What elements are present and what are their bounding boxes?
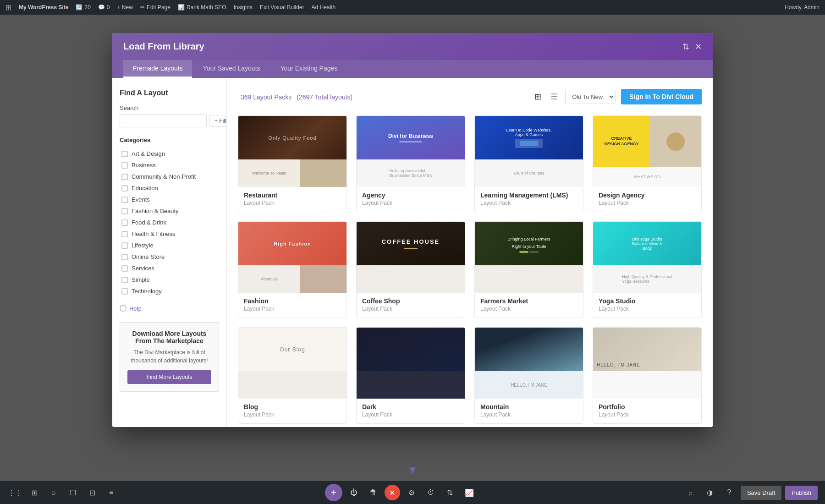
- category-checkbox[interactable]: [121, 174, 128, 180]
- toolbar-help-icon[interactable]: ?: [721, 485, 737, 500]
- sidebar-category-item[interactable]: Services: [120, 263, 219, 274]
- publish-button[interactable]: Publish: [785, 486, 818, 500]
- new-button[interactable]: + New: [117, 4, 133, 11]
- toolbar-add-button[interactable]: +: [325, 484, 342, 501]
- category-label: Online Store: [132, 253, 165, 260]
- filter-button[interactable]: + Filter: [209, 115, 227, 127]
- admin-bar: ⊞ My WordPress Site 🔄 20 💬 0 + New ✏ Edi…: [0, 0, 825, 15]
- layout-card[interactable]: Only Quality Food Welcome To Resto Resta…: [238, 115, 347, 212]
- modal-dialog: Load From Library ⇅ ✕ Premade Layouts Yo…: [112, 33, 713, 427]
- category-checkbox[interactable]: [121, 277, 128, 283]
- category-checkbox[interactable]: [121, 162, 128, 169]
- list-view-icon[interactable]: ☰: [549, 90, 560, 104]
- ad-health-button[interactable]: Ad Health: [312, 4, 336, 11]
- insights-button[interactable]: Insights: [234, 4, 253, 11]
- howdy-label[interactable]: Howdy, Admin: [785, 4, 820, 11]
- category-label: Business: [132, 162, 156, 169]
- card-type: Layout Pack: [244, 411, 341, 418]
- toolbar-sort-icon[interactable]: ⇅: [442, 485, 458, 500]
- category-checkbox[interactable]: [121, 219, 128, 226]
- help-row[interactable]: ⓘ Help: [120, 304, 219, 313]
- rank-math-button[interactable]: 📊 Rank Math SEO: [178, 4, 226, 11]
- modal-close-icon[interactable]: ✕: [695, 42, 702, 52]
- save-draft-button[interactable]: Save Draft: [741, 486, 781, 500]
- card-image-preview: Only Quality Food Welcome To Resto: [238, 116, 346, 187]
- toolbar-settings-icon[interactable]: ⚙: [404, 485, 419, 500]
- toolbar-responsive-icon[interactable]: ⊡: [84, 485, 100, 500]
- category-checkbox[interactable]: [121, 208, 128, 214]
- modal-settings-icon[interactable]: ⇅: [682, 42, 689, 52]
- layout-card[interactable]: HELLO, I'M JANE Mountain Layout Pack: [474, 327, 583, 424]
- toolbar-history-icon[interactable]: ⏱: [423, 485, 439, 500]
- toolbar-close-icon[interactable]: ✕: [385, 485, 400, 500]
- sidebar-category-item[interactable]: Fashion & Beauty: [120, 205, 219, 217]
- toolbar-power-icon[interactable]: ⏻: [346, 485, 362, 500]
- sidebar-category-item[interactable]: Simple: [120, 274, 219, 285]
- card-image-preview: Divi for Business Building SuccessfulBus…: [357, 116, 465, 187]
- sidebar-category-item[interactable]: Events: [120, 194, 219, 205]
- notifications-comments[interactable]: 💬 0: [98, 4, 110, 11]
- sidebar-category-item[interactable]: Business: [120, 159, 219, 171]
- card-type: Layout Pack: [362, 200, 459, 206]
- category-checkbox[interactable]: [121, 151, 128, 157]
- sort-select[interactable]: Old To New New To Old A-Z Z-A: [565, 90, 616, 104]
- sidebar-category-item[interactable]: Community & Non-Profit: [120, 171, 219, 182]
- edit-page-button[interactable]: ✏ Edit Page: [140, 4, 170, 11]
- search-input[interactable]: [120, 114, 207, 127]
- modal-header-actions: ⇅ ✕: [682, 42, 702, 52]
- toolbar-wireframe-icon[interactable]: ☐: [65, 485, 81, 500]
- toolbar-modules-icon[interactable]: ⊞: [27, 485, 42, 500]
- toolbar-search-right-icon[interactable]: ⌕: [683, 485, 698, 500]
- category-checkbox[interactable]: [121, 242, 128, 249]
- sidebar-category-item[interactable]: Education: [120, 182, 219, 194]
- sidebar-category-item[interactable]: Art & Design: [120, 148, 219, 159]
- card-image-preview: HELLO, I'M JANE: [593, 328, 701, 399]
- card-info: Yoga Studio Layout Pack: [593, 293, 701, 318]
- sidebar-category-item[interactable]: Health & Fitness: [120, 228, 219, 240]
- category-checkbox[interactable]: [121, 197, 128, 203]
- sidebar-category-item[interactable]: Food & Drink: [120, 217, 219, 228]
- category-checkbox[interactable]: [121, 254, 128, 260]
- help-label: Help: [129, 305, 142, 312]
- toolbar-list-icon[interactable]: ≡: [104, 485, 119, 500]
- card-type: Layout Pack: [244, 306, 341, 312]
- layout-card[interactable]: Dark Layout Pack: [356, 327, 465, 424]
- tab-saved-layouts[interactable]: Your Saved Layouts: [194, 60, 270, 78]
- tab-existing-pages[interactable]: Your Existing Pages: [271, 60, 347, 78]
- help-circle-icon: ⓘ: [120, 304, 126, 313]
- category-checkbox[interactable]: [121, 288, 128, 295]
- site-name[interactable]: My WordPress Site: [19, 4, 68, 11]
- layout-card[interactable]: Learn to Code Websites,Apps & Games 100'…: [474, 115, 583, 212]
- layout-card[interactable]: CREATIVEDESIGN AGENCY WHAT WE DO Design …: [593, 115, 702, 212]
- toolbar-zoom-icon[interactable]: ◑: [702, 485, 718, 500]
- tab-premade-layouts[interactable]: Premade Layouts: [123, 60, 192, 78]
- layout-card[interactable]: High Fashion About Us Fashion Layout Pac…: [238, 221, 347, 318]
- card-info: Mountain Layout Pack: [475, 399, 583, 423]
- edit-icon: ✏: [140, 4, 145, 11]
- category-checkbox[interactable]: [121, 185, 128, 192]
- exit-builder-button[interactable]: Exit Visual Builder: [260, 4, 304, 11]
- toolbar-grid-icon[interactable]: ⋮⋮: [7, 485, 23, 500]
- grid-view-icon[interactable]: ⊞: [533, 90, 543, 104]
- layout-card[interactable]: HELLO, I'M JANE Portfolio Layout Pack: [593, 327, 702, 424]
- category-label: Lifestyle: [132, 242, 154, 249]
- modal-body: Find A Layout Search + Filter Categories…: [112, 78, 713, 427]
- card-info: Farmers Market Layout Pack: [475, 293, 583, 318]
- sidebar-category-item[interactable]: Online Store: [120, 251, 219, 263]
- sign-in-divi-cloud-button[interactable]: Sign In To Divi Cloud: [621, 89, 702, 104]
- sidebar-category-item[interactable]: Technology: [120, 285, 219, 297]
- category-checkbox[interactable]: [121, 231, 128, 237]
- toolbar-search-icon[interactable]: ⌕: [46, 485, 61, 500]
- toolbar-trash-icon[interactable]: 🗑: [365, 485, 381, 500]
- layout-card[interactable]: Bringing Local FarmersRight to your Tabl…: [474, 221, 583, 318]
- card-type: Layout Pack: [480, 411, 578, 418]
- layout-card[interactable]: Our Blog Blog Layout Pack: [238, 327, 347, 424]
- layout-card[interactable]: Divi for Business Building SuccessfulBus…: [356, 115, 465, 212]
- notifications-updates[interactable]: 🔄 20: [76, 4, 90, 11]
- sidebar-category-item[interactable]: Lifestyle: [120, 240, 219, 251]
- find-more-layouts-button[interactable]: Find More Layouts: [127, 370, 211, 384]
- category-checkbox[interactable]: [121, 265, 128, 272]
- toolbar-analytics-icon[interactable]: 📈: [462, 485, 477, 500]
- layout-card[interactable]: Divi Yoga StudioBalance, Mind &Body High…: [593, 221, 702, 318]
- layout-card[interactable]: COFFEE HOUSE Coffee Shop Layout Pack: [356, 221, 465, 318]
